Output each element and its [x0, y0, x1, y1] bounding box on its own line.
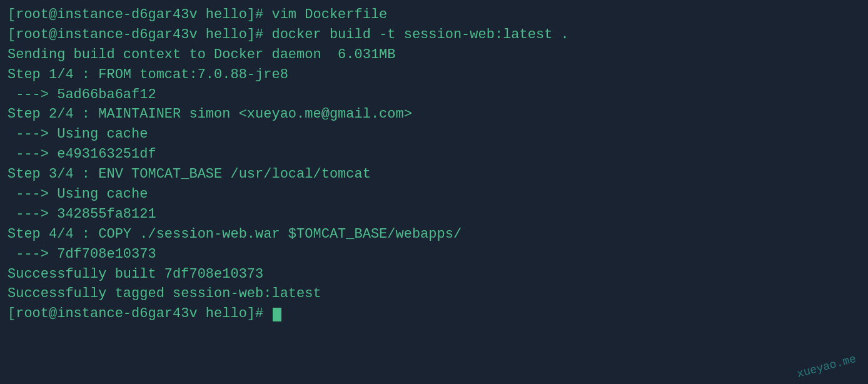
- terminal-line: [root@instance-d6gar43v hello]# vim Dock…: [8, 5, 860, 25]
- terminal-line: Successfully built 7df708e10373: [8, 265, 860, 285]
- terminal-line: ---> Using cache: [8, 184, 860, 205]
- terminal-line: ---> 7df708e10373: [8, 245, 860, 265]
- terminal-line: ---> Using cache: [8, 124, 860, 144]
- terminal-line: Step 4/4 : COPY ./session-web.war $TOMCA…: [8, 225, 860, 245]
- terminal-line: Successfully tagged session-web:latest: [8, 284, 860, 304]
- terminal-line: ---> 5ad66ba6af12: [8, 85, 860, 105]
- terminal-line: Step 1/4 : FROM tomcat:7.0.88-jre8: [8, 65, 860, 85]
- terminal-line: ---> 342855fa8121: [8, 205, 860, 225]
- terminal-line: Step 3/4 : ENV TOMCAT_BASE /usr/local/to…: [8, 164, 860, 184]
- terminal-window: [root@instance-d6gar43v hello]# vim Dock…: [0, 0, 868, 384]
- terminal-line: ---> e493163251df: [8, 144, 860, 164]
- watermark: xueyao.me: [795, 353, 857, 380]
- terminal-line-text: [root@instance-d6gar43v hello]#: [8, 306, 271, 321]
- terminal-cursor: [273, 308, 281, 321]
- terminal-line: Step 2/4 : MAINTAINER simon <xueyao.me@g…: [8, 104, 860, 124]
- terminal-line: [root@instance-d6gar43v hello]#: [8, 304, 860, 324]
- terminal-line: Sending build context to Docker daemon 6…: [8, 45, 860, 65]
- terminal-line: [root@instance-d6gar43v hello]# docker b…: [8, 25, 860, 45]
